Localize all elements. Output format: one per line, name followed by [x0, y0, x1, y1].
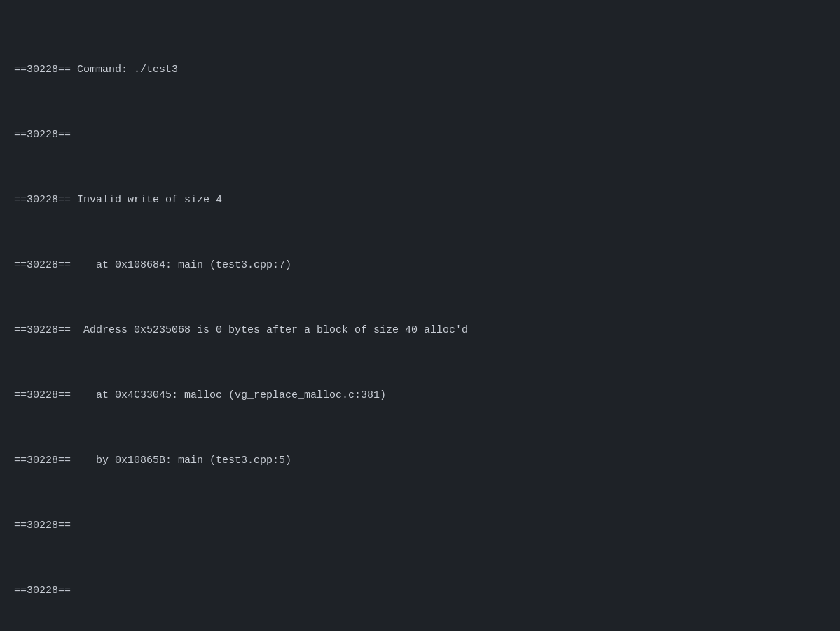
- terminal-line: ==30228== Invalid write of size 4: [14, 192, 826, 208]
- terminal-line: ==30228== at 0x108684: main (test3.cpp:7…: [14, 257, 826, 273]
- pid-prefix: ==30228==: [14, 518, 71, 534]
- pid-prefix: ==30228==: [14, 257, 71, 273]
- pid-prefix: ==30228==: [14, 387, 71, 403]
- pid-prefix: ==30228==: [14, 192, 71, 208]
- pid-prefix: ==30228==: [14, 127, 71, 143]
- pid-prefix: ==30228==: [14, 62, 71, 78]
- pid-prefix: ==30228==: [14, 322, 71, 338]
- terminal-line: ==30228==: [14, 583, 826, 599]
- pid-prefix: ==30228==: [14, 583, 71, 599]
- terminal-line: ==30228==: [14, 518, 826, 534]
- terminal-line: ==30228== at 0x4C33045: malloc (vg_repla…: [14, 387, 826, 403]
- terminal-line: ==30228== Command: ./test3: [14, 62, 826, 78]
- pid-prefix: ==30228==: [14, 452, 71, 469]
- terminal-line: ==30228== by 0x10865B: main (test3.cpp:5…: [14, 452, 826, 469]
- terminal-line: ==30228==: [14, 127, 826, 143]
- terminal-output: ==30228== Command: ./test3 ==30228== ==3…: [14, 13, 826, 631]
- terminal-line: ==30228== Address 0x5235068 is 0 bytes a…: [14, 322, 826, 338]
